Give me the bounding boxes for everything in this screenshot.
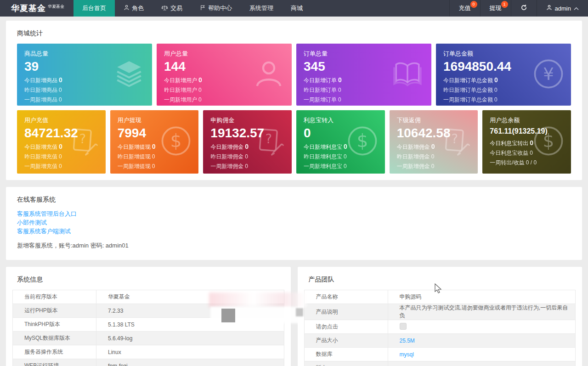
nav-item-2[interactable]: 角色	[115, 0, 153, 17]
subline-value: 0	[152, 143, 156, 150]
withdraw-badge: 1	[501, 1, 508, 8]
dollar-circle-icon: $	[532, 125, 565, 159]
subline-label: 昨日新增订单	[304, 87, 337, 93]
row-value: 本产品只为学习测试交流,请勿要做商业或者用于违法行为,一切后果自负	[388, 304, 576, 320]
subline-value: 0	[59, 153, 62, 160]
layers-icon	[113, 59, 146, 91]
subline-label: 昨日新增利息宝	[304, 153, 342, 160]
stat-card-title: 订单总金额	[443, 50, 564, 58]
stat-card-subline: 一周新增佣金0	[397, 162, 471, 171]
withdraw-button[interactable]: 提现 1	[480, 0, 511, 17]
user-icon	[546, 5, 552, 12]
subline-value: 0	[198, 96, 202, 103]
service-note: 新增客服系统，账号:admin 密码: admin01	[17, 242, 571, 250]
stat-card: 用户总量144今日新增用户0昨日新增用户0一周新增用户0	[157, 44, 292, 106]
subline-label: 今日新增商品	[24, 77, 57, 84]
subline-label: 今日新增订单	[304, 77, 337, 84]
subline-value: 0	[494, 96, 498, 103]
subline-value: 0	[152, 163, 155, 169]
subline-label: 一周新增利息宝	[304, 163, 342, 169]
svg-text:?: ?	[79, 131, 86, 146]
subline-label: 昨日新增商品	[24, 87, 57, 93]
nav-item-1[interactable]: 后台首页	[74, 0, 115, 17]
stat-card: 订单总量345今日新增订单0昨日新增订单0一周新增订单0	[296, 44, 431, 106]
stat-card-title: 用户总余额	[490, 116, 564, 124]
navbar: 华夏基金 华夏基金 后台首页角色交易帮助中心系统管理商城 充值 0 提现 1	[0, 0, 588, 17]
service-panel: 在线客服系统 客服系统管理后台入口小部件测试客服系统客户端测试 新增客服系统，账…	[6, 187, 582, 260]
stat-card-subline: 一周新增佣金0	[210, 162, 284, 171]
nav-item-label: 角色	[132, 4, 144, 12]
nav-item-6[interactable]: 商城	[282, 0, 311, 17]
table-row: 数据库mysql	[304, 348, 576, 361]
table-row: 服务器操作系统Linux	[13, 345, 284, 359]
subline-value: 0 / 0	[526, 159, 537, 166]
svg-text:?: ?	[452, 131, 458, 146]
subline-label: 今日新增佣金	[397, 144, 430, 150]
username: admin	[555, 5, 571, 12]
table-row: ThinkPHP版本5.1.38 LTS	[13, 318, 284, 332]
service-link-2[interactable]: 小部件测试	[17, 219, 571, 227]
hidden-emoji-icon[interactable]	[400, 323, 407, 330]
refresh-button[interactable]	[511, 0, 537, 17]
main-content: 商城统计 商品总量39今日新增商品0昨日新增商品0一周新增商品0用户总量144今…	[0, 17, 588, 366]
subline-label: 今日利息宝转出	[490, 140, 528, 146]
row-label: MySQL数据库版本	[13, 332, 96, 345]
svg-text:$: $	[356, 130, 368, 151]
subline-value: 0	[431, 153, 435, 160]
product-team-panel: 产品团队 产品名称申购源码产品说明本产品只为学习测试交流,请勿要做商业或者用于违…	[298, 267, 582, 366]
row-value: Linux	[96, 345, 284, 359]
dollar-circle-icon: $	[346, 125, 379, 159]
subline-value: 0	[338, 76, 342, 84]
table-row: 产品说明本产品只为学习测试交流,请勿要做商业或者用于违法行为,一切后果自负	[304, 304, 576, 320]
stat-card: 申购佣金19132.57今日新增佣金0昨日新增佣金0一周新增佣金0?	[203, 110, 292, 174]
subline-label: 今日利息宝收益	[490, 150, 528, 156]
product-team-title: 产品团队	[304, 273, 576, 290]
stat-card: 用户充值84721.32今日新增充值0昨日新增充值0一周新增充值0?	[17, 110, 106, 174]
refresh-icon	[520, 4, 527, 12]
row-value-link[interactable]: mysql	[400, 351, 414, 358]
row-value: fpm-fcgi	[96, 359, 284, 366]
stat-card: 用户总余额761.11(91325.19)今日利息宝转出0今日利息宝收益0一周转…	[482, 110, 571, 174]
service-link-1[interactable]: 客服系统管理后台入口	[17, 210, 571, 218]
nav-item-label: 交易	[170, 4, 182, 12]
navbar-right: 充值 0 提现 1 admin	[449, 0, 588, 17]
subline-label: 今日新增订单总金额	[443, 77, 493, 84]
subline-value: 0	[59, 163, 62, 169]
nav-item-3[interactable]: 交易	[153, 0, 191, 17]
shop-stats-panel: 商城统计 商品总量39今日新增商品0昨日新增商品0一周新增商品0用户总量144今…	[6, 21, 582, 180]
stat-card: 订单总金额1694850.44今日新增订单总金额0昨日新增订单总金额0一周新增订…	[436, 44, 571, 106]
stat-card: 下级返佣10642.58今日新增佣金0昨日新增佣金0一周新增佣金0?	[390, 110, 478, 174]
subline-value: 0	[59, 143, 62, 150]
nav-item-5[interactable]: 系统管理	[241, 0, 282, 17]
recharge-button[interactable]: 充值 0	[449, 0, 480, 17]
stat-card-subline: 一周新增提现0	[118, 162, 192, 171]
user-menu[interactable]: admin	[537, 0, 588, 17]
subline-value: 0	[245, 163, 248, 169]
subline-label: 今日新增利息宝	[304, 144, 342, 150]
stat-card-subline: 一周新增用户0	[164, 95, 284, 105]
stat-card-subline: 一周新增利息宝0	[304, 162, 378, 171]
person-icon	[252, 58, 285, 92]
table-row: 版本20100106	[304, 361, 576, 366]
row-value-link[interactable]: 25.5M	[400, 338, 415, 344]
subline-label: 昨日新增佣金	[397, 153, 430, 160]
row-label: 产品说明	[304, 304, 388, 320]
nav-item-4[interactable]: 帮助中心	[191, 0, 241, 17]
service-links: 客服系统管理后台入口小部件测试客服系统客户端测试	[17, 210, 571, 236]
stat-card-title: 用户充值	[24, 116, 98, 124]
row-label: 运行PHP版本	[13, 304, 96, 318]
row-value: 7.2.33	[96, 304, 284, 318]
row-label: ThinkPHP版本	[13, 318, 96, 332]
row-label: 请勿点击	[304, 320, 388, 334]
table-row: 请勿点击	[304, 320, 576, 334]
subline-value: 0	[338, 87, 341, 93]
stat-card-title: 利息宝转入	[304, 116, 378, 124]
app-logo: 华夏基金 华夏基金	[0, 0, 74, 17]
table-row: 产品大小25.5M	[304, 334, 576, 348]
doc-question-icon: ?	[68, 125, 99, 158]
subline-label: 一周新增订单	[304, 96, 337, 103]
service-link-3[interactable]: 客服系统客户端测试	[17, 227, 571, 236]
recharge-label: 充值	[459, 4, 471, 12]
stat-card-subline: 一周新增充值0	[24, 162, 98, 171]
row-value: 20100106	[388, 361, 576, 366]
